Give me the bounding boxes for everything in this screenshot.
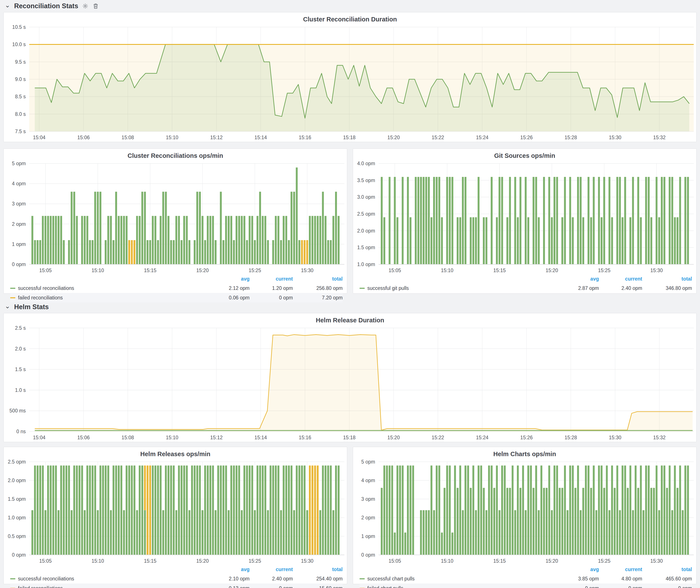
dashboard: ⌄ Reconciliation Stats Cluster Reconcili…	[0, 0, 700, 584]
legend-sort-avg[interactable]: avg	[558, 567, 599, 572]
svg-text:2 opm: 2 opm	[12, 221, 26, 227]
legend-current-value: 0 opm	[599, 585, 642, 588]
series-color-marker-icon	[360, 288, 365, 289]
svg-text:15:24: 15:24	[476, 435, 489, 440]
legend-row: failed reconciliations0.06 opm0 opm7.20 …	[10, 293, 343, 302]
panel-title[interactable]: Cluster Reconciliations ops/min	[4, 149, 347, 161]
legend-series-name[interactable]: successful git pulls	[360, 285, 558, 291]
legend-sort-total[interactable]: total	[642, 567, 692, 572]
svg-text:2.0 s: 2.0 s	[15, 346, 26, 352]
section-title[interactable]: Helm Stats	[14, 303, 49, 311]
git-sources-rate-chart[interactable]: 15:0515:1015:1515:2015:2515:301.0 opm1.5…	[353, 161, 696, 274]
trash-icon[interactable]	[92, 3, 99, 9]
svg-text:9.0 s: 9.0 s	[15, 76, 26, 82]
svg-text:15:14: 15:14	[255, 435, 267, 440]
svg-text:1.5 opm: 1.5 opm	[8, 496, 26, 502]
svg-text:15:10: 15:10	[92, 268, 104, 273]
helm-releases-rate-chart[interactable]: 15:0515:1015:1515:2015:2515:300 opm0.5 o…	[4, 459, 347, 565]
section-header-reconciliation-stats[interactable]: ⌄ Reconciliation Stats	[0, 0, 700, 12]
helm-charts-rate-chart[interactable]: 15:0515:1015:1515:2015:2515:300 opm1 opm…	[353, 459, 696, 565]
svg-text:4.0 opm: 4.0 opm	[357, 161, 375, 166]
svg-text:15:30: 15:30	[650, 558, 663, 564]
cluster-reconciliation-duration-chart[interactable]: 15:0415:0615:0815:1015:1215:1415:1615:18…	[4, 24, 696, 141]
svg-text:0.5 opm: 0.5 opm	[8, 533, 26, 539]
chevron-down-icon[interactable]: ⌄	[5, 2, 10, 8]
svg-text:15:04: 15:04	[33, 135, 45, 140]
svg-text:15:32: 15:32	[653, 435, 666, 440]
svg-text:1.5 s: 1.5 s	[15, 367, 26, 372]
svg-text:7.5 s: 7.5 s	[15, 129, 26, 134]
svg-text:15:30: 15:30	[650, 268, 663, 273]
svg-text:15:05: 15:05	[39, 558, 52, 564]
svg-text:15:10: 15:10	[166, 435, 178, 440]
panel-title[interactable]: Cluster Reconciliation Duration	[4, 12, 696, 24]
svg-text:15:15: 15:15	[493, 268, 506, 273]
cluster-reconciliations-rate-chart[interactable]: 15:0515:1015:1515:2015:2515:300 opm1 opm…	[4, 161, 347, 274]
svg-text:0 opm: 0 opm	[12, 552, 26, 558]
legend-header-row: avgcurrenttotal	[10, 565, 343, 574]
legend-series-name[interactable]: successful reconciliations	[10, 576, 208, 582]
panel-helm-releases-rate: Helm Releases ops/min 15:0515:1015:1515:…	[3, 447, 347, 584]
legend-sort-avg[interactable]: avg	[558, 276, 599, 282]
legend-total-value: 254.40 opm	[293, 576, 343, 582]
legend-sort-current[interactable]: current	[599, 567, 642, 572]
svg-text:15:15: 15:15	[493, 558, 506, 564]
section-title[interactable]: Reconciliation Stats	[14, 2, 78, 10]
panel-cluster-reconciliation-duration: Cluster Reconciliation Duration 15:0415:…	[3, 12, 697, 142]
panel-helm-charts-rate: Helm Charts ops/min 15:0515:1015:1515:20…	[353, 447, 697, 584]
helm-release-duration-chart[interactable]: 15:0415:0615:0815:1015:1215:1415:1615:18…	[4, 325, 696, 441]
panel-title[interactable]: Helm Release Duration	[4, 313, 696, 325]
legend-series-name[interactable]: successful chart pulls	[360, 576, 558, 582]
legend-avg-value: 2.10 opm	[208, 576, 250, 582]
svg-text:2.5 opm: 2.5 opm	[357, 211, 375, 217]
svg-text:10.5 s: 10.5 s	[12, 24, 26, 30]
legend-sort-total[interactable]: total	[293, 276, 343, 282]
legend-avg-value: 3.85 opm	[558, 576, 599, 582]
legend-header-row: avgcurrenttotal	[360, 565, 692, 574]
legend-series-name[interactable]: successful reconciliations	[10, 285, 208, 291]
svg-text:15:25: 15:25	[598, 558, 611, 564]
legend-avg-value: 2.87 opm	[558, 285, 599, 291]
legend-series-name[interactable]: failed reconciliations	[10, 585, 208, 588]
svg-text:15:14: 15:14	[255, 135, 267, 140]
svg-text:15:15: 15:15	[144, 558, 156, 564]
legend-total-value: 346.80 opm	[642, 285, 692, 291]
legend-sort-avg[interactable]: avg	[208, 276, 250, 282]
legend-sort-current[interactable]: current	[250, 276, 293, 282]
svg-text:3.5 opm: 3.5 opm	[357, 178, 375, 183]
legend-avg-value: 0.06 opm	[208, 295, 250, 301]
legend-avg-value: 0 opm	[558, 585, 599, 588]
svg-text:15:08: 15:08	[122, 135, 134, 140]
gear-icon[interactable]	[82, 3, 89, 9]
legend-sort-total[interactable]: total	[642, 276, 692, 282]
legend-sort-avg[interactable]: avg	[208, 567, 250, 572]
svg-text:2.0 opm: 2.0 opm	[357, 228, 375, 234]
svg-text:8.0 s: 8.0 s	[15, 111, 26, 117]
svg-text:15:04: 15:04	[33, 435, 45, 440]
legend-row: successful reconciliations2.12 opm1.20 o…	[10, 283, 343, 293]
svg-text:15:08: 15:08	[122, 435, 134, 440]
panel-title[interactable]: Helm Releases ops/min	[4, 447, 347, 459]
legend-row: successful chart pulls3.85 opm4.80 opm46…	[360, 574, 692, 583]
svg-text:15:12: 15:12	[210, 435, 223, 440]
legend-helm-charts: avgcurrenttotalsuccessful chart pulls3.8…	[353, 565, 696, 588]
legend-total-value: 15.60 opm	[293, 585, 343, 588]
svg-text:0 ns: 0 ns	[16, 429, 26, 434]
legend-current-value: 1.20 opm	[250, 285, 293, 291]
svg-text:15:26: 15:26	[520, 135, 533, 140]
legend-header-row: avgcurrenttotal	[360, 274, 692, 283]
svg-text:15:06: 15:06	[77, 435, 90, 440]
panel-title[interactable]: Git Sources ops/min	[353, 149, 696, 161]
panel-title[interactable]: Helm Charts ops/min	[353, 447, 696, 459]
svg-text:0 opm: 0 opm	[361, 552, 375, 558]
legend-series-name[interactable]: failed reconciliations	[10, 295, 208, 301]
svg-text:15:20: 15:20	[546, 558, 558, 564]
chevron-down-icon[interactable]: ⌄	[5, 303, 10, 309]
legend-sort-current[interactable]: current	[599, 276, 642, 282]
svg-text:3 opm: 3 opm	[361, 496, 375, 502]
legend-sort-total[interactable]: total	[293, 567, 343, 572]
legend-sort-current[interactable]: current	[250, 567, 293, 572]
svg-text:500 ms: 500 ms	[10, 408, 26, 414]
legend-series-name[interactable]: failed chart pulls	[360, 585, 558, 588]
svg-text:1.0 opm: 1.0 opm	[357, 262, 375, 267]
